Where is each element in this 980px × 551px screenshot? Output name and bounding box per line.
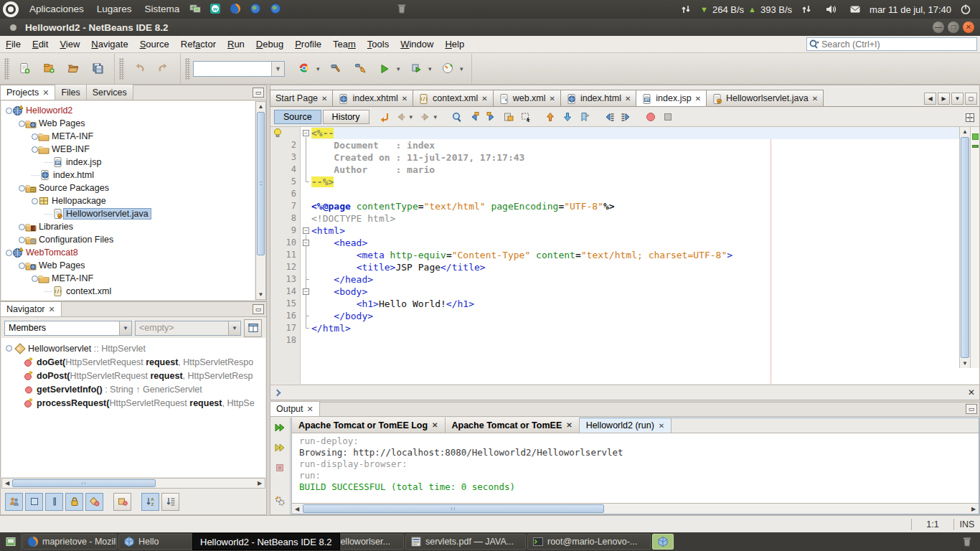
profile-button[interactable] xyxy=(435,57,460,81)
run-dropdown-icon[interactable]: ▾ xyxy=(397,65,404,72)
scroll-down-arrow[interactable]: ▼ xyxy=(256,290,265,299)
new-file-button[interactable] xyxy=(12,57,37,81)
scroll-right-arrow[interactable]: ▶ xyxy=(969,504,979,514)
back-button[interactable] xyxy=(393,109,409,125)
tree-row[interactable]: Helloworlservlet.java xyxy=(1,207,255,220)
projects-minimize-button[interactable]: ▭ xyxy=(253,88,264,98)
collapse-handle-icon[interactable] xyxy=(32,198,38,204)
output-tab-apache-tomcat-or-tomee-log[interactable]: Apache Tomcat or TomEE Log✕ xyxy=(292,418,446,433)
tree-row[interactable]: Helloworld2 xyxy=(1,104,255,117)
close-icon[interactable]: ✕ xyxy=(550,95,555,103)
member-row[interactable]: doGet(HttpServletRequest request, HttpSe… xyxy=(1,355,265,369)
minimize-button[interactable]: — xyxy=(933,22,944,33)
clock[interactable]: mar 11 de jul, 17:40 xyxy=(870,4,951,15)
taskbar-item-root-mario-lenovo-[interactable]: root@mario-Lenovo-... xyxy=(527,534,651,550)
browser-chrome-button[interactable] xyxy=(292,57,316,81)
tree-row[interactable]: WebTomcat8 xyxy=(1,246,255,259)
clean-build-button[interactable] xyxy=(348,57,372,81)
last-edit-button[interactable] xyxy=(376,109,392,125)
collapse-handle-icon[interactable] xyxy=(19,263,25,269)
find-prev-button[interactable] xyxy=(466,109,482,125)
menu-window[interactable]: Window xyxy=(395,36,439,53)
panel-tab-services[interactable]: Services xyxy=(87,85,133,100)
save-all-button[interactable] xyxy=(85,57,110,81)
taskbar-item-servlets-pdf-java-[interactable]: servlets.pdf — JAVA... xyxy=(405,534,526,550)
editor-tab-start-page[interactable]: Start Page✕ xyxy=(270,90,333,106)
trash-applet-icon[interactable] xyxy=(394,1,411,17)
menu-edit[interactable]: Edit xyxy=(27,36,54,53)
taskbar-item-hello[interactable]: Hello xyxy=(118,534,204,550)
menu-file[interactable]: File xyxy=(0,36,27,53)
fold-toggle-icon[interactable]: − xyxy=(303,227,309,234)
record-macro-button[interactable] xyxy=(643,109,659,125)
scroll-down-arrow[interactable]: ▼ xyxy=(960,359,970,368)
code-editor[interactable]: 23456789101112131415161718 −−−− <%-- Doc… xyxy=(270,127,979,384)
projects-scrollbar[interactable]: ▲ ▼ xyxy=(255,101,266,300)
menu-source[interactable]: Source xyxy=(134,36,175,53)
search-input[interactable] xyxy=(821,39,958,50)
maximize-editor-button[interactable]: ▢ xyxy=(965,93,977,105)
code-area[interactable]: <%-- Document : index Created on : 11-ju… xyxy=(311,127,959,384)
output-panel-tab[interactable]: Output ✕ xyxy=(270,401,320,416)
close-icon[interactable]: ✕ xyxy=(432,421,438,429)
history-view-button[interactable]: History xyxy=(323,110,369,124)
tree-row[interactable]: jspindex.jsp xyxy=(1,156,255,169)
member-row[interactable]: getServletInfo() : String ↑ GenericServl… xyxy=(1,382,265,396)
open-project-button[interactable] xyxy=(61,57,85,81)
run-button[interactable] xyxy=(372,57,397,81)
filter-extra-button[interactable] xyxy=(113,493,131,511)
quick-search[interactable] xyxy=(806,37,977,51)
source-view-button[interactable]: Source xyxy=(274,110,321,124)
scroll-tabs-right-button[interactable]: ▶ xyxy=(938,93,950,105)
code-fold-column[interactable]: −−−− xyxy=(301,127,311,384)
panel-menu-aplicaciones[interactable]: Aplicaciones xyxy=(23,0,90,19)
tree-row[interactable]: Libraries xyxy=(1,220,255,233)
sort-source-button[interactable] xyxy=(161,493,179,511)
close-icon[interactable]: ✕ xyxy=(49,302,55,316)
scroll-left-arrow[interactable]: ◀ xyxy=(2,479,12,488)
close-icon[interactable]: ✕ xyxy=(695,95,701,103)
menu-navigate[interactable]: Navigate xyxy=(85,36,133,53)
search-icon[interactable] xyxy=(809,39,820,50)
close-icon[interactable]: ✕ xyxy=(566,421,572,429)
output-tab-helloworld2-run-[interactable]: Helloworld2 (run)✕ xyxy=(580,418,672,433)
find-next-button[interactable] xyxy=(484,109,499,125)
shift-right-button[interactable] xyxy=(618,109,634,125)
forward-button[interactable] xyxy=(418,109,433,125)
panel-tab-files[interactable]: Files xyxy=(55,85,86,100)
expand-handle-icon[interactable] xyxy=(19,237,25,243)
open-in-window-button[interactable] xyxy=(244,319,262,337)
chevron-down-icon[interactable]: ▼ xyxy=(271,62,284,76)
editor-tab-index-xhtml[interactable]: index.xhtml✕ xyxy=(332,90,413,106)
close-icon[interactable]: ✕ xyxy=(625,95,631,103)
ubuntu-logo-icon[interactable] xyxy=(3,1,19,17)
scroll-tabs-left-button[interactable]: ◀ xyxy=(924,93,936,105)
trash-icon[interactable] xyxy=(961,536,973,547)
navigator-minimize-button[interactable]: ▭ xyxy=(253,304,264,314)
undo-button[interactable] xyxy=(127,57,151,81)
console-output[interactable]: run-deploy:Browsing: http://localhost:80… xyxy=(292,434,979,502)
chevron-down-icon[interactable]: ▼ xyxy=(228,321,240,335)
profile-dropdown-icon[interactable]: ▾ xyxy=(460,65,467,72)
panel-menu-lugares[interactable]: Lugares xyxy=(90,0,138,19)
collapse-handle-icon[interactable] xyxy=(6,345,12,352)
new-project-button[interactable] xyxy=(37,57,61,81)
menu-debug[interactable]: Debug xyxy=(250,36,289,53)
editor-tab-index-jsp[interactable]: jspindex.jsp✕ xyxy=(636,90,707,106)
close-button[interactable]: ✕ xyxy=(963,22,974,33)
collapse-handle-icon[interactable] xyxy=(32,146,38,153)
split-window-icon[interactable] xyxy=(961,109,977,125)
stop-build-button[interactable] xyxy=(273,461,288,475)
close-icon[interactable]: ✕ xyxy=(402,95,407,103)
shift-left-button[interactable] xyxy=(601,109,617,125)
firefox-icon[interactable] xyxy=(227,1,245,17)
editor-tab-context-xml[interactable]: context.xml✕ xyxy=(413,90,494,106)
close-icon[interactable]: ✕ xyxy=(659,422,664,430)
ant-settings-button[interactable] xyxy=(273,494,288,508)
output-hscrollbar[interactable]: ◀ ▶ xyxy=(292,503,979,514)
scroll-up-arrow[interactable]: ▲ xyxy=(256,102,265,111)
show-positions-button[interactable] xyxy=(45,493,63,511)
next-occurrence-button[interactable] xyxy=(560,109,575,125)
scroll-left-arrow[interactable]: ◀ xyxy=(292,504,302,514)
maximize-button[interactable]: □ xyxy=(948,22,959,33)
